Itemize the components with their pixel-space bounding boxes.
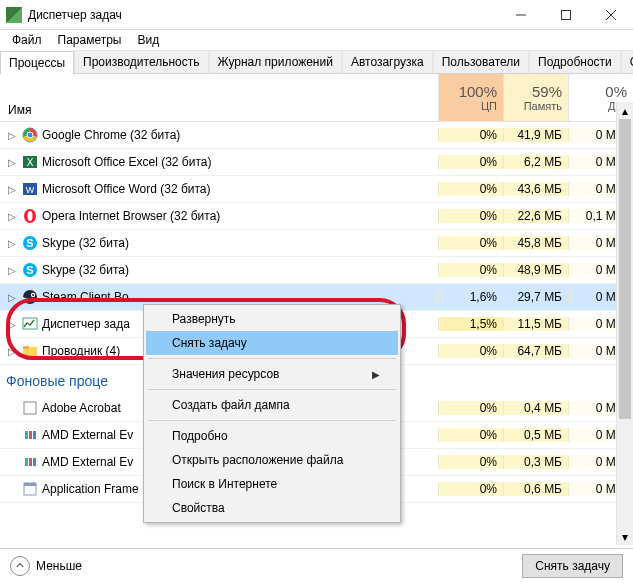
expand-icon[interactable]: ▷ (6, 211, 18, 222)
ctx-resources[interactable]: Значения ресурсов▶ (146, 362, 398, 386)
col-cpu[interactable]: 100% ЦП (438, 74, 503, 121)
end-task-button[interactable]: Снять задачу (522, 554, 623, 578)
process-name: Microsoft Office Excel (32 бита) (42, 155, 211, 169)
expand-icon[interactable]: ▷ (6, 238, 18, 249)
menu-params[interactable]: Параметры (50, 31, 130, 49)
maximize-button[interactable] (543, 0, 588, 30)
cpu-value: 0% (438, 236, 503, 250)
tab-processes[interactable]: Процессы (0, 51, 74, 74)
minimize-button[interactable] (498, 0, 543, 30)
mem-value: 43,6 МБ (503, 182, 568, 196)
svg-rect-1 (561, 10, 570, 19)
ctx-open-location[interactable]: Открыть расположение файла (146, 448, 398, 472)
scroll-down-icon[interactable]: ▾ (617, 528, 633, 545)
steam-icon (22, 289, 38, 305)
cpu-value: 0% (438, 401, 503, 415)
expand-icon[interactable]: ▷ (6, 319, 18, 330)
menu-view[interactable]: Вид (129, 31, 167, 49)
cpu-value: 1,6% (438, 290, 503, 304)
ctx-details[interactable]: Подробно (146, 424, 398, 448)
tab-details[interactable]: Подробности (529, 50, 621, 73)
ctx-label: Свойства (172, 501, 225, 515)
svg-rect-30 (29, 458, 32, 466)
mem-value: 6,2 МБ (503, 155, 568, 169)
process-name: AMD External Ev (42, 428, 133, 442)
context-menu: Развернуть Снять задачу Значения ресурсо… (143, 304, 401, 523)
cpu-value: 0% (438, 428, 503, 442)
scroll-up-icon[interactable]: ▴ (617, 102, 633, 119)
expand-icon[interactable]: ▷ (6, 292, 18, 303)
ctx-separator (148, 389, 396, 390)
ctx-dump[interactable]: Создать файл дампа (146, 393, 398, 417)
ctx-expand[interactable]: Развернуть (146, 307, 398, 331)
generic-app-icon (22, 481, 38, 497)
ctx-properties[interactable]: Свойства (146, 496, 398, 520)
expand-icon[interactable]: ▷ (6, 346, 18, 357)
ctx-label: Открыть расположение файла (172, 453, 343, 467)
mem-value: 41,9 МБ (503, 128, 568, 142)
svg-point-12 (28, 211, 33, 221)
tab-performance[interactable]: Производительность (74, 50, 208, 73)
mem-pct: 59% (532, 83, 562, 100)
cpu-value: 0% (438, 155, 503, 169)
svg-rect-28 (33, 431, 36, 439)
tab-users[interactable]: Пользователи (433, 50, 529, 73)
tab-apphistory[interactable]: Журнал приложений (209, 50, 342, 73)
amd-icon (22, 454, 38, 470)
taskmgr-icon (22, 316, 38, 332)
table-row[interactable]: ▷ X Microsoft Office Excel (32 бита) 0% … (0, 149, 633, 176)
svg-text:X: X (27, 157, 34, 168)
cpu-value: 0% (438, 209, 503, 223)
footer: Меньше Снять задачу (0, 548, 633, 583)
tab-services[interactable]: С (621, 50, 633, 73)
cpu-pct: 100% (459, 83, 497, 100)
expand-icon[interactable]: ▷ (6, 184, 18, 195)
expand-icon[interactable]: ▷ (6, 157, 18, 168)
expand-icon[interactable]: ▷ (6, 265, 18, 276)
close-button[interactable] (588, 0, 633, 30)
process-name: Skype (32 бита) (42, 263, 129, 277)
expand-icon[interactable]: ▷ (6, 130, 18, 141)
col-name[interactable]: Имя (0, 74, 438, 121)
vertical-scrollbar[interactable]: ▴ ▾ (616, 102, 633, 545)
scroll-thumb[interactable] (619, 119, 631, 419)
process-name: Проводник (4) (42, 344, 120, 358)
cpu-value: 1,5% (438, 317, 503, 331)
ctx-separator (148, 358, 396, 359)
ctx-search-online[interactable]: Поиск в Интернете (146, 472, 398, 496)
menu-file[interactable]: Файл (4, 31, 50, 49)
process-name: Диспетчер зада (42, 317, 130, 331)
mem-value: 0,6 МБ (503, 482, 568, 496)
titlebar: Диспетчер задач (0, 0, 633, 30)
ctx-end-task[interactable]: Снять задачу (146, 331, 398, 355)
process-name: Adobe Acrobat (42, 401, 121, 415)
mem-label: Память (524, 100, 562, 112)
col-memory[interactable]: 59% Память (503, 74, 568, 121)
cpu-value: 0% (438, 482, 503, 496)
table-row[interactable]: ▷ W Microsoft Office Word (32 бита) 0% 4… (0, 176, 633, 203)
mem-value: 11,5 МБ (503, 317, 568, 331)
ctx-separator (148, 420, 396, 421)
cpu-value: 0% (438, 263, 503, 277)
process-name: Google Chrome (32 бита) (42, 128, 180, 142)
tabs: Процессы Производительность Журнал прило… (0, 50, 633, 74)
svg-text:W: W (26, 185, 35, 195)
mem-value: 29,7 МБ (503, 290, 568, 304)
svg-rect-31 (33, 458, 36, 466)
table-row[interactable]: ▷ Opera Internet Browser (32 бита) 0% 22… (0, 203, 633, 230)
svg-rect-33 (24, 483, 36, 486)
svg-text:S: S (26, 237, 33, 249)
fewer-details-button[interactable] (10, 556, 30, 576)
process-name: Steam Client Bo (42, 290, 129, 304)
svg-rect-24 (23, 346, 29, 349)
disk-pct: 0% (605, 83, 627, 100)
svg-rect-25 (24, 402, 36, 414)
svg-point-19 (32, 294, 34, 296)
svg-rect-26 (25, 431, 28, 439)
table-row[interactable]: ▷ S Skype (32 бита) 0% 45,8 МБ 0 МБ/ (0, 230, 633, 257)
ctx-label: Снять задачу (172, 336, 247, 350)
table-row[interactable]: ▷ S Skype (32 бита) 0% 48,9 МБ 0 МБ/ (0, 257, 633, 284)
tab-startup[interactable]: Автозагрузка (342, 50, 433, 73)
process-name: Skype (32 бита) (42, 236, 129, 250)
table-row[interactable]: ▷ Google Chrome (32 бита) 0% 41,9 МБ 0 М… (0, 122, 633, 149)
